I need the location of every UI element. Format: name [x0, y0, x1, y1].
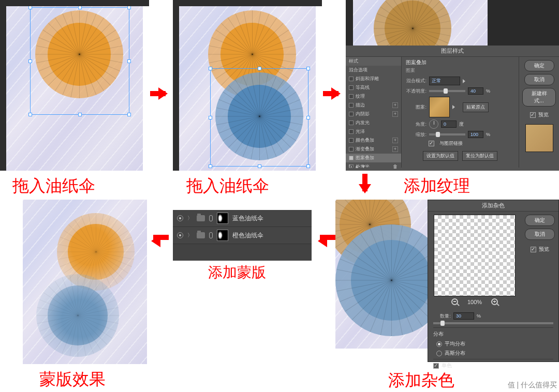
fx-bevel[interactable]: 斜面和浮雕	[346, 74, 401, 83]
link-icon	[209, 215, 213, 221]
fx-pattern-overlay[interactable]: 图案叠加	[346, 154, 401, 162]
fx-icon[interactable]: fx	[349, 164, 352, 168]
scale-label: 缩放:	[406, 131, 426, 138]
caption-step4: 蒙版效果	[39, 368, 106, 391]
blend-mode-label: 混合模式:	[406, 78, 426, 84]
add-noise-dialog[interactable]: 添加杂色 100% 确定 取消 预览 数量: 30 %	[428, 200, 559, 362]
caption-step1: 拖入油纸伞	[12, 175, 95, 198]
layer-row-orange[interactable]: 〉 橙色油纸伞	[173, 227, 312, 244]
gaussian-radio[interactable]	[436, 351, 442, 356]
preview-checkbox[interactable]	[530, 112, 536, 118]
opacity-slider[interactable]	[429, 90, 465, 92]
scale-input[interactable]: 100	[468, 131, 483, 138]
layer-name[interactable]: 蓝色油纸伞	[232, 214, 263, 223]
styles-header[interactable]: 样式	[346, 57, 401, 66]
arrow-left-icon	[320, 235, 335, 240]
canvas-step1[interactable]	[6, 6, 143, 171]
snap-origin-button[interactable]: 贴紧原点	[463, 102, 489, 112]
caption-step6: 添加杂色	[388, 369, 454, 392]
make-default-button[interactable]: 设置为默认值	[423, 151, 458, 161]
ruler-left	[0, 0, 6, 171]
noise-preview	[434, 215, 516, 296]
canvas-step2[interactable]	[179, 6, 316, 171]
fx-contour[interactable]: 等高线	[346, 83, 401, 92]
arrow-down-icon	[362, 174, 367, 191]
expand-icon[interactable]: 〉	[187, 215, 193, 222]
layer-style-dialog[interactable]: 图层样式 样式 混合选项 斜面和浮雕 等高线 纹理 描边+ 内阴影+ 内发光 光…	[346, 46, 559, 171]
canvas-result	[23, 200, 147, 364]
blue-umbrella-masked	[36, 274, 119, 357]
canvas-noise	[335, 200, 428, 349]
link-icon	[209, 232, 213, 238]
visibility-icon[interactable]	[177, 232, 183, 238]
fx-color-overlay[interactable]: 颜色叠加+	[346, 136, 401, 145]
cancel-button[interactable]: 取消	[525, 229, 555, 240]
section-title: 图案叠加	[406, 59, 514, 66]
mono-checkbox[interactable]	[433, 363, 439, 369]
layer-row-blue[interactable]: 〉 蓝色油纸伞	[173, 210, 312, 227]
arrow-right-icon	[323, 91, 339, 96]
amount-input[interactable]: 30	[453, 312, 474, 320]
arrow-left-icon	[153, 235, 169, 240]
angle-input[interactable]: 0	[441, 120, 457, 128]
selection-box[interactable]	[210, 68, 308, 167]
amount-label: 数量:	[433, 313, 451, 320]
caption-step5: 添加蒙版	[208, 263, 266, 282]
fx-gradient-overlay[interactable]: 渐变叠加+	[346, 145, 401, 154]
pattern-label: 图案:	[406, 104, 426, 111]
scale-slider[interactable]	[429, 133, 465, 135]
fx-inner-shadow[interactable]: 内阴影+	[346, 110, 401, 118]
zoom-value: 100%	[467, 299, 482, 305]
arrow-down-icon[interactable]: ▼	[361, 164, 366, 168]
amount-slider[interactable]	[433, 322, 553, 324]
opacity-label: 不透明度:	[406, 88, 426, 95]
fx-texture[interactable]: 纹理	[346, 92, 401, 101]
mask-thumbnail[interactable]	[217, 213, 228, 224]
dialog-title: 添加杂色	[428, 200, 558, 212]
arrow-up-icon[interactable]: ▲	[355, 164, 359, 168]
fx-stroke[interactable]: 描边+	[346, 101, 401, 110]
ruler-top	[173, 0, 322, 6]
zoom-in-icon[interactable]	[491, 298, 498, 305]
caption-step3: 添加纹理	[404, 175, 470, 198]
dropdown-icon[interactable]	[463, 79, 465, 83]
angle-dial[interactable]	[429, 119, 438, 129]
arrow-right-icon	[150, 91, 166, 96]
distribution-label: 分布	[433, 329, 553, 339]
folder-icon	[197, 215, 205, 221]
ruler-left	[173, 0, 179, 171]
fx-satin[interactable]: 光泽	[346, 127, 401, 136]
watermark: 值 | 什么值得买	[508, 381, 557, 390]
cancel-button[interactable]: 取消	[524, 74, 554, 85]
pattern-swatch[interactable]	[429, 97, 450, 117]
layers-panel[interactable]: 〉 蓝色油纸伞 〉 橙色油纸伞	[173, 210, 312, 261]
preview-checkbox[interactable]	[531, 247, 536, 252]
selection-box[interactable]	[30, 7, 129, 115]
folder-icon	[197, 232, 205, 238]
reset-default-button[interactable]: 复位为默认值	[462, 151, 497, 161]
new-style-button[interactable]: 新建样式...	[522, 88, 556, 107]
ok-button[interactable]: 确定	[524, 60, 554, 71]
trash-icon[interactable]: 🗑	[393, 164, 398, 168]
link-layer-checkbox[interactable]	[429, 141, 434, 146]
mask-thumbnail[interactable]	[217, 230, 228, 241]
ok-button[interactable]: 确定	[525, 215, 555, 226]
zoom-out-icon[interactable]	[451, 298, 458, 305]
dialog-title: 图层样式	[346, 46, 559, 57]
fx-inner-glow[interactable]: 内发光	[346, 118, 401, 127]
layer-name[interactable]: 橙色油纸伞	[232, 231, 263, 240]
dropdown-icon[interactable]	[452, 105, 455, 109]
canvas-peek	[353, 0, 488, 46]
opacity-input[interactable]: 40	[468, 87, 483, 95]
angle-label: 角度:	[406, 121, 426, 128]
visibility-icon[interactable]	[177, 215, 183, 221]
expand-icon[interactable]: 〉	[187, 232, 193, 239]
ruler-top	[0, 0, 149, 6]
uniform-radio[interactable]	[436, 341, 442, 347]
blend-mode-select[interactable]: 正常	[429, 77, 460, 85]
section-sub: 图案	[406, 67, 514, 74]
caption-step2: 拖入油纸伞	[186, 175, 269, 198]
preview-swatch	[525, 124, 553, 152]
blend-options[interactable]: 混合选项	[346, 66, 401, 74]
